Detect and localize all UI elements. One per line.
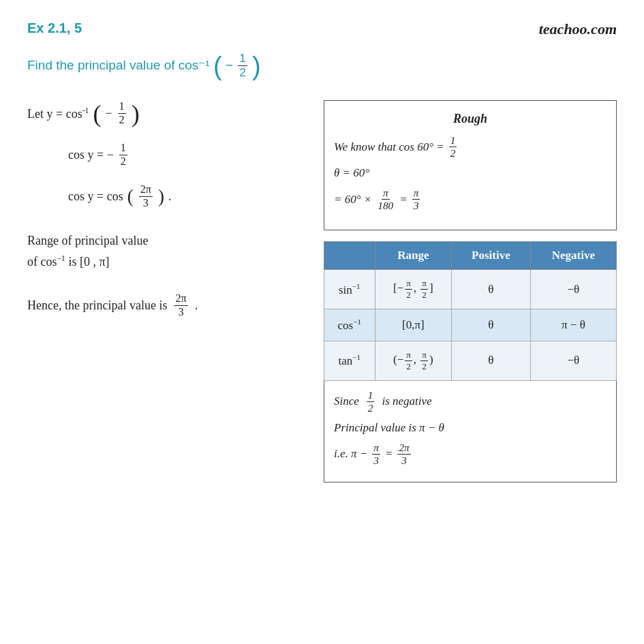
positive-cos: θ — [452, 309, 531, 341]
rough-title: Rough — [334, 112, 607, 126]
negative-cos: π − θ — [530, 309, 616, 341]
range-cos: [0,π] — [375, 309, 452, 341]
range-sin: [−π2, π2] — [375, 270, 452, 309]
rough-box: Rough We know that cos 60° = 1 2 θ = 60°… — [324, 100, 617, 230]
step-cosy: cos y = − 1 2 — [27, 142, 310, 168]
hence-line: Hence, the principal value is 2π 3 . — [27, 292, 310, 319]
positive-tan: θ — [452, 341, 531, 380]
func-sin: sin−1 — [324, 270, 375, 309]
step-cosy2: cos y = cos ( 2π 3 ) . — [27, 183, 310, 210]
positive-sin: θ — [452, 270, 531, 309]
page-header: Ex 2.1, 5 teachoo.com — [27, 20, 617, 38]
col-header-range: Range — [375, 242, 452, 270]
since-line3: i.e. π − π 3 = 2π 3 — [334, 442, 607, 467]
main-content: Let y = cos-1 ( − 1 2 ) cos y = − 1 2 — [27, 100, 617, 482]
brand-logo: teachoo.com — [539, 20, 617, 38]
range-tan: (−π2, π2) — [375, 341, 452, 380]
since-line2: Principal value is π − θ — [334, 421, 607, 435]
negative-sin: −θ — [530, 270, 616, 309]
inverse-trig-table: Range Positive Negative sin−1 [−π2, π2] … — [324, 241, 617, 381]
since-line1: Since 1 2 is negative — [334, 389, 607, 414]
rough-line1: We know that cos 60° = 1 2 — [334, 134, 607, 159]
table-row: cos−1 [0,π] θ π − θ — [324, 309, 617, 341]
problem-statement: Find the principal value of cos⁻¹ ( − 1 … — [27, 52, 617, 80]
right-column: Rough We know that cos 60° = 1 2 θ = 60°… — [324, 100, 617, 482]
col-header-positive: Positive — [452, 242, 531, 270]
negative-tan: −θ — [530, 341, 616, 380]
col-header-func — [324, 242, 375, 270]
func-tan: tan−1 — [324, 341, 375, 380]
left-column: Let y = cos-1 ( − 1 2 ) cos y = − 1 2 — [27, 100, 310, 482]
table-row: sin−1 [−π2, π2] θ −θ — [324, 270, 617, 309]
rough-line3: = 60° × π 180 = π 3 — [334, 187, 607, 212]
since-box: Since 1 2 is negative Principal value is… — [324, 381, 617, 482]
step-let: Let y = cos-1 ( − 1 2 ) — [27, 100, 310, 127]
range-text: Range of principal value of cos−1 is [0 … — [27, 230, 310, 272]
col-header-negative: Negative — [530, 242, 616, 270]
func-cos: cos−1 — [324, 309, 375, 341]
rough-line2: θ = 60° — [334, 166, 607, 180]
ex-title: Ex 2.1, 5 — [27, 20, 82, 36]
table-row: tan−1 (−π2, π2) θ −θ — [324, 341, 617, 380]
